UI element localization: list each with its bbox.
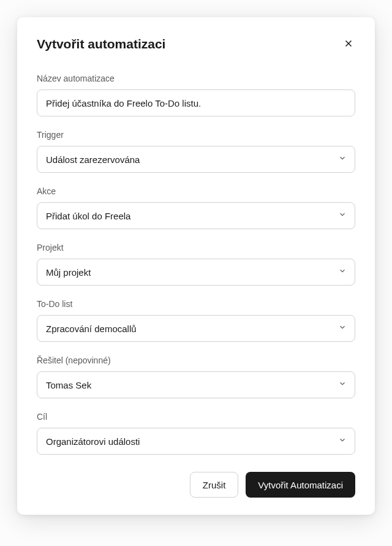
modal-footer: Zrušit Vytvořit Automatizaci (37, 472, 355, 498)
trigger-select[interactable]: Událost zarezervována (37, 146, 355, 173)
assignee-select[interactable]: Tomas Sek (37, 371, 355, 398)
assignee-value: Tomas Sek (46, 380, 91, 390)
field-assignee: Řešitel (nepovinné) Tomas Sek (37, 355, 355, 398)
modal-title: Vytvořit automatizaci (37, 37, 165, 51)
field-project: Projekt Můj projekt (37, 243, 355, 286)
project-label: Projekt (37, 243, 355, 252)
field-trigger: Trigger Událost zarezervována (37, 130, 355, 173)
assignee-label: Řešitel (nepovinné) (37, 355, 355, 365)
action-select[interactable]: Přidat úkol do Freela (37, 202, 355, 229)
target-select[interactable]: Organizátorovi události (37, 428, 355, 455)
project-select[interactable]: Můj projekt (37, 259, 355, 286)
trigger-label: Trigger (37, 130, 355, 140)
field-name: Název automatizace (37, 74, 355, 116)
name-input[interactable] (37, 89, 355, 116)
cancel-button[interactable]: Zrušit (190, 472, 239, 498)
create-automation-modal: Vytvořit automatizaci Název automatizace… (17, 17, 375, 515)
action-label: Akce (37, 186, 355, 196)
close-icon (343, 42, 354, 51)
target-value: Organizátorovi události (46, 436, 140, 447)
modal-header: Vytvořit automatizaci (37, 37, 355, 51)
field-action: Akce Přidat úkol do Freela (37, 186, 355, 229)
name-label: Název automatizace (37, 74, 355, 83)
close-button[interactable] (342, 37, 355, 50)
trigger-value: Událost zarezervována (46, 154, 140, 165)
target-label: Cíl (37, 412, 355, 422)
action-value: Přidat úkol do Freela (46, 211, 130, 221)
field-todolist: To-Do list Zpracování democallů (37, 299, 355, 342)
project-value: Můj projekt (46, 267, 91, 278)
todolist-select[interactable]: Zpracování democallů (37, 315, 355, 342)
todolist-label: To-Do list (37, 299, 355, 309)
submit-button[interactable]: Vytvořit Automatizaci (246, 472, 355, 498)
todolist-value: Zpracování democallů (46, 324, 137, 334)
field-target: Cíl Organizátorovi události (37, 412, 355, 455)
